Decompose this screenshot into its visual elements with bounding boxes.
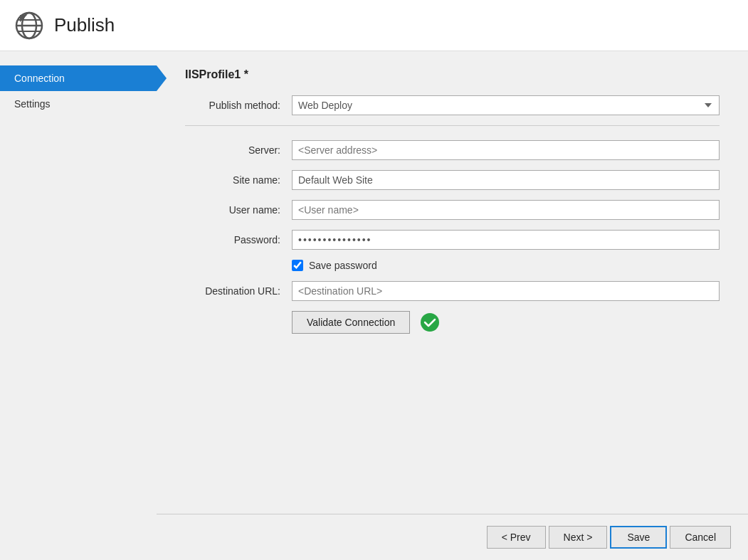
main-container: Connection Settings IISProfile1 * Publis…: [0, 51, 748, 560]
password-row: Password:: [185, 230, 720, 250]
cancel-button[interactable]: Cancel: [670, 526, 731, 549]
page-title: Publish: [54, 14, 115, 36]
profile-title: IISProfile1 *: [185, 68, 720, 81]
publish-method-label: Publish method:: [185, 100, 292, 111]
validate-row: Validate Connection: [292, 311, 720, 334]
password-input[interactable]: [292, 230, 720, 250]
password-label: Password:: [185, 234, 292, 245]
header: Publish: [0, 0, 748, 51]
prev-button[interactable]: < Prev: [487, 526, 546, 549]
server-row: Server:: [185, 140, 720, 160]
publish-method-select[interactable]: Web Deploy Web Deploy Package FTP File S…: [292, 95, 720, 115]
destination-url-label: Destination URL:: [185, 285, 292, 297]
user-name-row: User name:: [185, 200, 720, 220]
site-name-input[interactable]: [292, 170, 720, 190]
divider: [185, 125, 720, 126]
site-name-label: Site name:: [185, 174, 292, 186]
connection-success-icon: [420, 312, 440, 332]
server-input[interactable]: [292, 140, 720, 160]
sidebar-item-connection[interactable]: Connection: [0, 65, 157, 91]
svg-point-6: [421, 313, 439, 332]
destination-url-input[interactable]: [292, 281, 720, 301]
content-area: IISProfile1 * Publish method: Web Deploy…: [157, 51, 748, 560]
sidebar: Connection Settings: [0, 51, 157, 560]
svg-marker-5: [20, 15, 27, 22]
user-name-label: User name:: [185, 204, 292, 216]
sidebar-item-settings[interactable]: Settings: [0, 91, 157, 117]
site-name-row: Site name:: [185, 170, 720, 190]
save-password-label[interactable]: Save password: [309, 260, 377, 271]
globe-icon: [14, 11, 44, 41]
publish-method-row: Publish method: Web Deploy Web Deploy Pa…: [185, 95, 720, 115]
connection-form: Publish method: Web Deploy Web Deploy Pa…: [185, 95, 720, 334]
save-password-checkbox[interactable]: [292, 260, 303, 271]
save-button[interactable]: Save: [610, 526, 667, 549]
user-name-input[interactable]: [292, 200, 720, 220]
footer: < Prev Next > Save Cancel: [157, 514, 748, 560]
destination-url-row: Destination URL:: [185, 281, 720, 301]
validate-connection-button[interactable]: Validate Connection: [292, 311, 410, 334]
next-button[interactable]: Next >: [549, 526, 608, 549]
server-label: Server:: [185, 144, 292, 156]
save-password-row: Save password: [292, 260, 720, 271]
